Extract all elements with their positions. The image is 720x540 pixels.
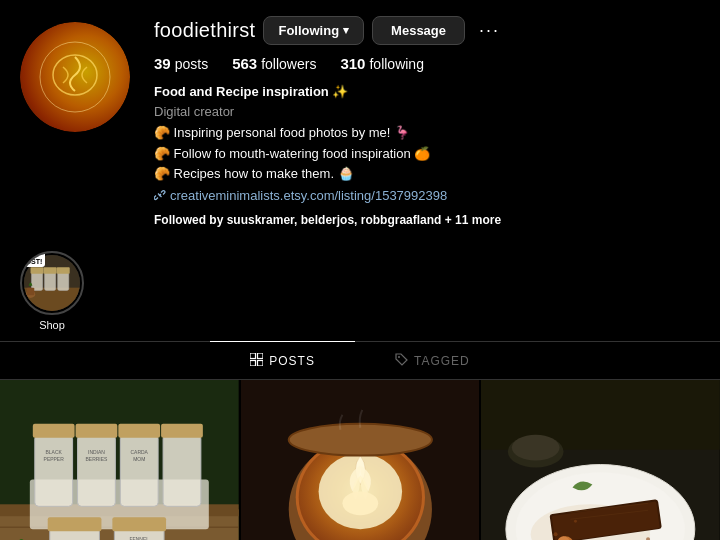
bio-line-3: 🥐 Recipes how to make them. 🧁 <box>154 164 700 184</box>
posts-stat[interactable]: 39 posts <box>154 55 208 72</box>
highlight-shop[interactable]: NEWPOST! <box>20 251 84 331</box>
svg-rect-14 <box>250 360 256 366</box>
tab-tagged[interactable]: TAGGED <box>355 342 510 379</box>
profile-section: foodiethirst Following Message ··· 39 po… <box>0 0 720 239</box>
followed-by-more: + 11 more <box>445 213 501 227</box>
photo-grid: BLACK PEPPER INDIAN BERRIES CARDA MOM SE… <box>0 380 720 540</box>
svg-rect-31 <box>161 424 203 438</box>
grid-image-2 <box>241 380 480 540</box>
svg-point-16 <box>398 356 400 358</box>
svg-text:BERRIES: BERRIES <box>86 457 108 462</box>
svg-rect-9 <box>57 267 70 274</box>
highlights-section: NEWPOST! <box>0 239 720 337</box>
link-icon <box>154 189 166 201</box>
grid-item-3[interactable] <box>481 380 720 540</box>
svg-point-72 <box>574 520 577 523</box>
svg-rect-27 <box>76 424 118 438</box>
followers-count: 563 <box>232 55 257 72</box>
grid-icon <box>250 353 263 369</box>
following-count: 310 <box>340 55 365 72</box>
svg-rect-5 <box>31 267 44 274</box>
svg-point-75 <box>512 435 560 461</box>
bio-role: Digital creator <box>154 102 700 122</box>
bio-name: Food and Recipe inspiration ✨ <box>154 82 700 102</box>
tab-tagged-label: TAGGED <box>414 354 470 368</box>
following-label: following <box>369 56 423 72</box>
new-post-badge: NEWPOST! <box>20 251 45 267</box>
username: foodiethirst <box>154 19 255 42</box>
svg-rect-7 <box>44 267 57 274</box>
tab-posts[interactable]: POSTS <box>210 341 355 379</box>
highlight-ring: NEWPOST! <box>20 251 84 315</box>
svg-point-55 <box>288 424 431 456</box>
username-row: foodiethirst Following Message ··· <box>154 16 700 45</box>
bio-link-text[interactable]: creativeminimalists.etsy.com/listing/153… <box>170 186 447 206</box>
posts-label: posts <box>175 56 208 72</box>
svg-rect-30 <box>163 435 201 507</box>
grid-item-2[interactable] <box>241 380 480 540</box>
svg-rect-26 <box>78 435 116 507</box>
following-button[interactable]: Following <box>263 16 364 45</box>
bio-line-1: 🥐 Inspiring personal food photos by me! … <box>154 123 700 143</box>
grid-item-1[interactable]: BLACK PEPPER INDIAN BERRIES CARDA MOM SE… <box>0 380 239 540</box>
followers-stat[interactable]: 563 followers <box>232 55 316 72</box>
followed-by: Followed by suuskramer, belderjos, robbg… <box>154 211 700 229</box>
svg-rect-42 <box>112 517 166 531</box>
svg-rect-11 <box>27 288 34 295</box>
svg-rect-29 <box>118 424 160 438</box>
tabs-section: POSTS TAGGED <box>0 341 720 380</box>
svg-rect-8 <box>58 272 69 291</box>
bio-link[interactable]: creativeminimalists.etsy.com/listing/153… <box>154 186 700 206</box>
highlight-label: Shop <box>39 319 65 331</box>
svg-rect-13 <box>258 353 264 359</box>
avatar[interactable] <box>20 22 130 132</box>
more-options-button[interactable]: ··· <box>473 18 506 43</box>
grid-image-3 <box>481 380 720 540</box>
stats-row: 39 posts 563 followers 310 following <box>154 55 700 72</box>
svg-text:INDIAN: INDIAN <box>88 450 105 455</box>
svg-point-54 <box>342 491 378 515</box>
tab-posts-label: POSTS <box>269 354 315 368</box>
svg-rect-24 <box>35 435 73 507</box>
svg-text:PEPPER: PEPPER <box>44 457 65 462</box>
svg-text:MOM: MOM <box>133 457 145 462</box>
svg-rect-39 <box>48 517 102 531</box>
svg-text:BLACK: BLACK <box>46 450 63 455</box>
following-stat[interactable]: 310 following <box>340 55 424 72</box>
svg-rect-73 <box>481 380 720 450</box>
svg-rect-28 <box>120 435 158 507</box>
posts-count: 39 <box>154 55 171 72</box>
svg-rect-15 <box>258 360 264 366</box>
svg-rect-12 <box>250 353 256 359</box>
svg-rect-6 <box>45 272 56 291</box>
svg-rect-25 <box>33 424 75 438</box>
svg-text:CARDA: CARDA <box>131 450 149 455</box>
svg-point-0 <box>40 42 110 112</box>
grid-image-1: BLACK PEPPER INDIAN BERRIES CARDA MOM SE… <box>0 380 239 540</box>
tag-icon <box>395 353 408 369</box>
profile-info: foodiethirst Following Message ··· 39 po… <box>154 12 700 229</box>
message-button[interactable]: Message <box>372 16 465 45</box>
svg-point-69 <box>554 532 558 536</box>
followed-by-names: suuskramer, belderjos, robbgraafland <box>227 213 442 227</box>
bio-line-2: 🥐 Follow fo mouth-watering food inspirat… <box>154 144 700 164</box>
followers-label: followers <box>261 56 316 72</box>
bio-section: Food and Recipe inspiration ✨ Digital cr… <box>154 82 700 229</box>
